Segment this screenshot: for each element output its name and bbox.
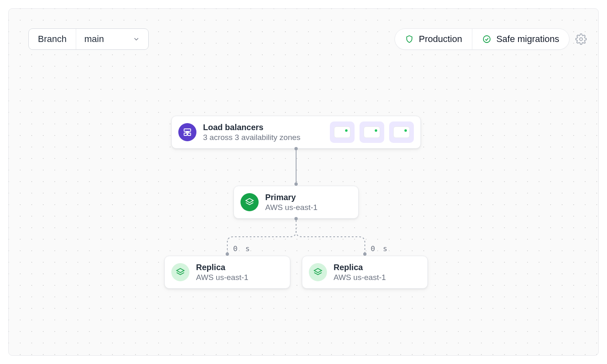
shield-icon [405, 35, 414, 44]
load-balancers-text: Load balancers 3 across 3 availability z… [203, 122, 301, 142]
branch-selector: Branch main [28, 28, 149, 50]
load-balancer-icon [178, 123, 196, 141]
svg-marker-11 [314, 268, 322, 273]
lb-instance [389, 121, 414, 143]
svg-rect-3 [184, 133, 187, 135]
status-pill-group: Production Safe migrations [395, 28, 570, 50]
svg-point-1 [580, 38, 583, 41]
replica-subtitle: AWS us-east-1 [196, 273, 248, 282]
chevron-down-icon [133, 35, 140, 43]
connector-dot [226, 252, 229, 256]
top-right-group: Production Safe migrations [395, 28, 587, 50]
replica-text: Replica AWS us-east-1 [196, 262, 248, 282]
check-circle-icon [482, 35, 491, 44]
architecture-canvas[interactable]: Branch main Production Safe migrations [8, 8, 599, 356]
load-balancers-title: Load balancers [203, 122, 301, 132]
svg-marker-9 [246, 198, 253, 203]
primary-card[interactable]: Primary AWS us-east-1 [233, 186, 359, 219]
replica-card[interactable]: Replica AWS us-east-1 [164, 256, 290, 289]
replica-card[interactable]: Replica AWS us-east-1 [302, 256, 428, 289]
primary-title: Primary [265, 192, 318, 202]
production-pill[interactable]: Production [395, 29, 472, 49]
load-balancers-subtitle: 3 across 3 availability zones [203, 133, 301, 142]
top-bar: Branch main Production Safe migrations [28, 28, 587, 50]
database-icon [171, 263, 189, 281]
production-label: Production [419, 34, 462, 44]
svg-rect-4 [188, 133, 191, 135]
load-balancers-card[interactable]: Load balancers 3 across 3 availability z… [171, 116, 421, 149]
primary-subtitle: AWS us-east-1 [265, 203, 318, 212]
lb-instance [330, 121, 355, 143]
lb-instance [360, 121, 384, 143]
branch-value: main [84, 34, 104, 44]
gear-icon[interactable] [575, 33, 587, 45]
connector-line [296, 150, 296, 184]
replica-text: Replica AWS us-east-1 [334, 262, 386, 282]
replica-title: Replica [334, 262, 386, 272]
database-icon [309, 263, 327, 281]
database-icon [240, 193, 259, 211]
svg-marker-10 [177, 268, 184, 273]
safe-migrations-label: Safe migrations [496, 34, 559, 44]
lb-instances [330, 121, 414, 143]
replica-subtitle: AWS us-east-1 [334, 273, 386, 282]
branch-dropdown[interactable]: main [76, 29, 149, 49]
connector-dot [294, 182, 298, 186]
connector-dot [363, 252, 367, 256]
safe-migrations-pill[interactable]: Safe migrations [472, 29, 569, 49]
branch-label: Branch [29, 29, 76, 49]
replica-latency: 0 s [371, 244, 389, 253]
replica-latency: 0 s [233, 244, 252, 253]
replica-title: Replica [196, 262, 248, 272]
primary-text: Primary AWS us-east-1 [265, 192, 318, 212]
svg-rect-2 [184, 129, 191, 131]
svg-point-0 [483, 36, 490, 43]
